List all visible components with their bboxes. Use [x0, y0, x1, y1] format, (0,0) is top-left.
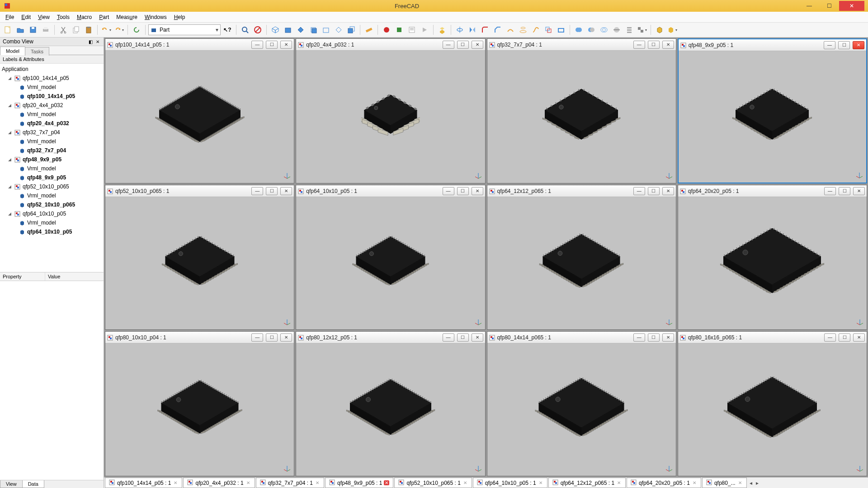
- tree-toggle-icon[interactable]: ◢: [8, 184, 14, 189]
- tab-close-icon[interactable]: ✕: [616, 480, 622, 485]
- bottom-view-icon[interactable]: [333, 24, 344, 36]
- document-tab[interactable]: qfp48_9x9_p05 : 1 ✕: [325, 478, 393, 488]
- paste-icon[interactable]: [83, 24, 94, 36]
- tab-model[interactable]: Model: [0, 47, 25, 55]
- part-extrude-icon[interactable]: [436, 24, 448, 36]
- mdi-titlebar[interactable]: qfp64_12x12_p065 : 1 — ☐ ✕: [487, 185, 676, 197]
- tab-close-icon[interactable]: ✕: [173, 480, 178, 485]
- tree-toggle-icon[interactable]: ◢: [8, 103, 14, 108]
- mdi-maximize-button[interactable]: ☐: [266, 187, 278, 195]
- tree-item[interactable]: qfp100_14x14_p05: [0, 92, 104, 101]
- tab-close-icon[interactable]: ✕: [384, 480, 389, 485]
- mdi-maximize-button[interactable]: ☐: [839, 333, 850, 342]
- viewport-3d[interactable]: [105, 51, 294, 183]
- mdi-minimize-button[interactable]: —: [633, 41, 645, 49]
- tree-toggle-icon[interactable]: ◢: [8, 211, 14, 216]
- viewport-3d[interactable]: [678, 197, 867, 329]
- tree-item[interactable]: qfp64_10x10_p05: [0, 227, 104, 236]
- mdi-close-button[interactable]: ✕: [280, 187, 292, 195]
- mdi-titlebar[interactable]: qfp80_14x14_p065 : 1 — ☐ ✕: [487, 332, 676, 343]
- mdi-minimize-button[interactable]: —: [824, 333, 836, 342]
- mdi-maximize-button[interactable]: ☐: [266, 333, 278, 342]
- tab-close-icon[interactable]: ✕: [315, 480, 320, 485]
- tabs-scroll-left-icon[interactable]: ◂: [748, 480, 754, 486]
- viewport-3d[interactable]: [105, 343, 294, 476]
- mdi-titlebar[interactable]: qfp32_7x7_p04 : 1 — ☐ ✕: [487, 39, 676, 51]
- fillet-icon[interactable]: [479, 24, 491, 36]
- tab-close-icon[interactable]: ✕: [462, 480, 468, 485]
- macro-stop-icon[interactable]: [393, 24, 405, 36]
- panel-float-icon[interactable]: ◧: [87, 38, 94, 45]
- tab-close-icon[interactable]: ✕: [245, 480, 251, 485]
- viewport-3d[interactable]: [487, 51, 676, 183]
- iso-view-icon[interactable]: [269, 24, 281, 36]
- mdi-minimize-button[interactable]: —: [251, 187, 263, 195]
- tree-item[interactable]: Vrml_model: [0, 164, 104, 173]
- tree-toggle-icon[interactable]: ◢: [8, 130, 14, 135]
- macro-play-icon[interactable]: [419, 24, 430, 36]
- mirror-icon[interactable]: [467, 24, 478, 36]
- viewport-3d[interactable]: [296, 343, 485, 476]
- chamfer-icon[interactable]: [492, 24, 504, 36]
- document-tab[interactable]: qfp64_12x12_p065 : 1 ✕: [548, 478, 626, 488]
- mdi-minimize-button[interactable]: —: [633, 187, 645, 195]
- mdi-maximize-button[interactable]: ☐: [648, 333, 660, 342]
- document-tab[interactable]: qfp100_14x14_p05 : 1 ✕: [105, 478, 182, 488]
- mdi-titlebar[interactable]: qfp48_9x9_p05 : 1 — ☐ ✕: [679, 39, 866, 51]
- open-icon[interactable]: [14, 24, 26, 36]
- menu-measure[interactable]: Measure: [113, 13, 141, 21]
- rear-view-icon[interactable]: [320, 24, 332, 36]
- tab-data[interactable]: Data: [22, 480, 44, 488]
- offset-icon[interactable]: [542, 24, 554, 36]
- save-icon[interactable]: [27, 24, 39, 36]
- revolve-icon[interactable]: [454, 24, 466, 36]
- primitives-icon[interactable]: [666, 24, 678, 36]
- mdi-minimize-button[interactable]: —: [251, 41, 263, 49]
- mdi-maximize-button[interactable]: ☐: [457, 41, 469, 49]
- document-tab[interactable]: qfp52_10x10_p065 : 1 ✕: [394, 478, 472, 488]
- document-tab[interactable]: qfp20_4x4_p032 : 1 ✕: [183, 478, 255, 488]
- whats-this-icon[interactable]: ↖?: [222, 24, 233, 36]
- mdi-window[interactable]: qfp48_9x9_p05 : 1 — ☐ ✕: [678, 38, 867, 183]
- menu-part[interactable]: Part: [95, 13, 113, 21]
- menu-file[interactable]: File: [2, 13, 18, 21]
- top-view-icon[interactable]: [295, 24, 307, 36]
- mdi-window[interactable]: qfp64_12x12_p065 : 1 — ☐ ✕: [487, 185, 676, 330]
- no-entry-icon[interactable]: [252, 24, 264, 36]
- front-view-icon[interactable]: [282, 24, 294, 36]
- boolean-common-icon[interactable]: [598, 24, 610, 36]
- loft-icon[interactable]: [517, 24, 529, 36]
- mdi-titlebar[interactable]: qfp80_10x10_p04 : 1 — ☐ ✕: [105, 332, 294, 343]
- mdi-close-button[interactable]: ✕: [472, 187, 483, 195]
- tree-doc[interactable]: ◢ qfp100_14x14_p05: [0, 74, 104, 83]
- mdi-close-button[interactable]: ✕: [472, 333, 483, 342]
- tree-item[interactable]: qfp20_4x4_p032: [0, 119, 104, 128]
- thickness-icon[interactable]: [555, 24, 567, 36]
- mdi-window[interactable]: qfp80_14x14_p065 : 1 — ☐ ✕: [487, 331, 676, 476]
- cut-icon[interactable]: [57, 24, 69, 36]
- mdi-minimize-button[interactable]: —: [443, 333, 454, 342]
- mdi-close-button[interactable]: ✕: [662, 41, 674, 49]
- mdi-titlebar[interactable]: qfp64_10x10_p05 : 1 — ☐ ✕: [296, 185, 485, 197]
- viewport-3d[interactable]: [296, 51, 485, 183]
- tree-item[interactable]: Vrml_model: [0, 83, 104, 92]
- tree-item[interactable]: qfp48_9x9_p05: [0, 173, 104, 182]
- mdi-close-button[interactable]: ✕: [472, 41, 483, 49]
- tree-toggle-icon[interactable]: ◢: [8, 157, 14, 162]
- cross-sections-icon[interactable]: [623, 24, 635, 36]
- zoom-fit-icon[interactable]: [239, 24, 251, 36]
- copy-icon[interactable]: [70, 24, 82, 36]
- measure-icon[interactable]: [363, 24, 375, 36]
- viewport-3d[interactable]: [678, 343, 867, 476]
- menu-view[interactable]: View: [34, 13, 53, 21]
- mdi-minimize-button[interactable]: —: [443, 187, 454, 195]
- tree-root[interactable]: Application: [0, 65, 104, 74]
- menu-windows[interactable]: Windows: [141, 13, 170, 21]
- viewport-3d[interactable]: [487, 343, 676, 476]
- tree-doc[interactable]: ◢ qfp20_4x4_p032: [0, 101, 104, 110]
- mdi-close-button[interactable]: ✕: [853, 333, 865, 342]
- mdi-close-button[interactable]: ✕: [853, 41, 864, 49]
- mdi-titlebar[interactable]: qfp100_14x14_p05 : 1 — ☐ ✕: [105, 39, 294, 51]
- viewport-3d[interactable]: [105, 197, 294, 329]
- boolean-union-icon[interactable]: [573, 24, 585, 36]
